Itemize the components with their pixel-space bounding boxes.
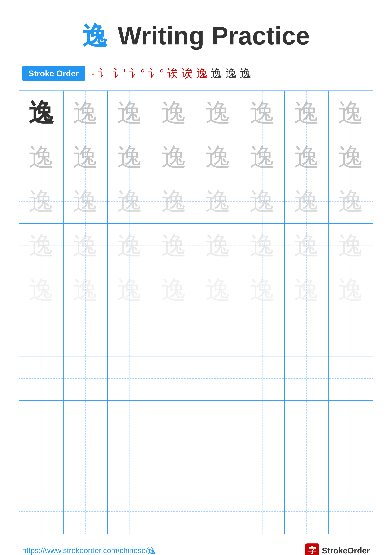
grid-cell xyxy=(240,445,285,489)
stroke-5: 讠° xyxy=(148,66,164,81)
grid-cell xyxy=(196,445,241,489)
grid-cell: 逸 xyxy=(64,224,108,268)
stroke-sequence: · 讠 讠' 讠° 讠° 诶 诶 逸 逸 逸 逸 xyxy=(91,66,251,81)
cell-character: 逸 xyxy=(294,233,319,258)
cell-character: 逸 xyxy=(117,145,142,170)
cell-character: 逸 xyxy=(250,189,275,214)
grid-cell xyxy=(152,312,196,356)
grid-row xyxy=(19,445,373,489)
grid-cell xyxy=(19,401,64,445)
grid-cell: 逸 xyxy=(285,224,329,268)
cell-character: 逸 xyxy=(73,277,98,302)
logo-icon: 字 xyxy=(305,543,319,555)
grid-row xyxy=(19,357,373,401)
cell-character: 逸 xyxy=(29,233,54,258)
grid-cell xyxy=(285,445,329,489)
stroke-order-row: Stroke Order · 讠 讠' 讠° 讠° 诶 诶 逸 逸 逸 逸 xyxy=(19,66,373,81)
cell-character: 逸 xyxy=(338,145,363,170)
grid-cell xyxy=(285,312,329,356)
grid-cell xyxy=(329,357,373,401)
grid-cell xyxy=(152,445,196,489)
cell-character: 逸 xyxy=(294,100,319,125)
grid-cell xyxy=(19,357,64,401)
grid-cell: 逸 xyxy=(19,135,64,179)
cell-character: 逸 xyxy=(73,233,98,258)
stroke-11: 逸 xyxy=(240,66,251,81)
grid-cell xyxy=(108,445,152,489)
grid-cell xyxy=(108,312,152,356)
cell-character: 逸 xyxy=(117,233,142,258)
grid-row xyxy=(19,312,373,357)
grid-row: 逸逸逸逸逸逸逸逸 xyxy=(19,135,373,179)
stroke-4: 讠° xyxy=(129,66,145,81)
stroke-3: 讠' xyxy=(112,66,126,81)
grid-cell xyxy=(329,401,373,445)
cell-character: 逸 xyxy=(338,189,363,214)
grid-cell xyxy=(64,489,108,534)
grid-cell: 逸 xyxy=(64,179,108,223)
stroke-10: 逸 xyxy=(225,66,237,81)
grid-cell: 逸 xyxy=(285,135,329,179)
grid-cell: 逸 xyxy=(108,179,152,223)
grid-cell xyxy=(196,489,241,534)
grid-cell: 逸 xyxy=(108,224,152,268)
grid-cell: 逸 xyxy=(64,135,108,179)
cell-character: 逸 xyxy=(338,233,363,258)
grid-cell: 逸 xyxy=(329,268,373,312)
cell-character: 逸 xyxy=(117,189,142,214)
grid-cell: 逸 xyxy=(152,268,196,312)
grid-cell: 逸 xyxy=(108,91,152,135)
page: 逸 Writing Practice Stroke Order · 讠 讠' 讠… xyxy=(0,0,392,555)
cell-character: 逸 xyxy=(161,145,187,170)
grid-cell: 逸 xyxy=(240,268,285,312)
grid-row: 逸逸逸逸逸逸逸逸 xyxy=(19,179,373,224)
cell-character: 逸 xyxy=(29,189,54,214)
cell-character: 逸 xyxy=(205,100,231,125)
footer: https://www.strokeorder.com/chinese/逸 字 … xyxy=(19,543,373,555)
grid-row xyxy=(19,401,373,445)
grid-cell: 逸 xyxy=(196,268,241,312)
grid-cell: 逸 xyxy=(329,224,373,268)
cell-character: 逸 xyxy=(205,233,231,258)
cell-character: 逸 xyxy=(73,189,98,214)
cell-character: 逸 xyxy=(250,100,275,125)
grid-cell xyxy=(64,445,108,489)
cell-character: 逸 xyxy=(161,233,187,258)
cell-character: 逸 xyxy=(29,277,54,302)
cell-character: 逸 xyxy=(161,189,187,214)
grid-cell: 逸 xyxy=(152,91,196,135)
grid-cell: 逸 xyxy=(285,179,329,223)
grid-cell: 逸 xyxy=(19,224,64,268)
page-title: 逸 Writing Practice xyxy=(82,19,310,53)
grid-cell xyxy=(64,312,108,356)
grid-cell xyxy=(19,489,64,534)
grid-cell xyxy=(196,357,241,401)
grid-cell xyxy=(108,357,152,401)
grid-cell: 逸 xyxy=(240,224,285,268)
grid-cell xyxy=(19,445,64,489)
grid-cell xyxy=(108,401,152,445)
grid-cell: 逸 xyxy=(285,91,329,135)
cell-character: 逸 xyxy=(29,100,54,125)
grid-cell xyxy=(196,312,241,356)
grid-cell: 逸 xyxy=(329,135,373,179)
grid-cell xyxy=(285,401,329,445)
footer-url: https://www.strokeorder.com/chinese/逸 xyxy=(22,546,156,555)
grid-cell xyxy=(240,401,285,445)
grid-cell: 逸 xyxy=(152,224,196,268)
cell-character: 逸 xyxy=(294,189,319,214)
stroke-7: 诶 xyxy=(182,66,193,81)
grid-cell xyxy=(329,312,373,356)
grid-cell xyxy=(196,401,241,445)
stroke-order-badge: Stroke Order xyxy=(22,66,85,81)
cell-character: 逸 xyxy=(250,277,275,302)
grid-cell: 逸 xyxy=(19,268,64,312)
cell-character: 逸 xyxy=(338,100,363,125)
grid-cell: 逸 xyxy=(240,135,285,179)
stroke-2: 讠 xyxy=(98,66,109,81)
logo-text: StrokeOrder xyxy=(322,546,370,555)
grid-row: 逸逸逸逸逸逸逸逸 xyxy=(19,268,373,312)
cell-character: 逸 xyxy=(294,145,319,170)
grid-cell xyxy=(108,489,152,534)
grid-cell: 逸 xyxy=(108,268,152,312)
